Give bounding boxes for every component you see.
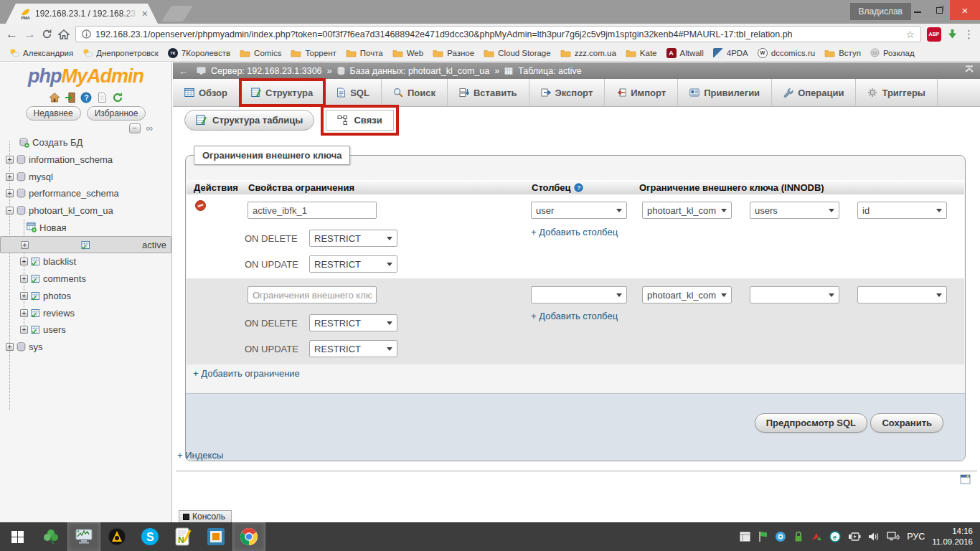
tree-item-database[interactable]: sys <box>0 339 171 356</box>
hidden-icons-icon[interactable] <box>740 532 750 542</box>
expand-icon[interactable] <box>6 173 14 181</box>
logout-icon[interactable] <box>65 92 76 103</box>
home-icon[interactable] <box>49 92 60 103</box>
bookmark-item[interactable]: Торрент <box>287 49 339 57</box>
expand-icon[interactable] <box>6 343 14 351</box>
collapse-sidebar-icon[interactable]: ← <box>179 65 189 77</box>
taskbar-app-aimp[interactable] <box>100 522 133 551</box>
expand-icon[interactable] <box>20 309 28 317</box>
fk-column-select[interactable]: id <box>857 202 947 219</box>
tab-structure[interactable]: Структура <box>240 79 325 106</box>
bookmark-item[interactable]: Разное <box>429 49 478 57</box>
fk-database-select[interactable]: photoart_kl_com <box>642 202 732 219</box>
expand-icon[interactable] <box>6 156 14 164</box>
profile-name-button[interactable]: Владислав <box>850 3 911 20</box>
reload-icon[interactable] <box>42 29 52 39</box>
expand-icon[interactable] <box>6 189 14 197</box>
url-bar[interactable]: 192.168.23.1/openserver/phpmyadmin/index… <box>75 26 921 42</box>
browser-tab[interactable]: PMA 192.168.23.1 / 192.168.23 × <box>6 4 158 24</box>
constraint-name-input[interactable] <box>248 286 377 303</box>
breadcrumb-database[interactable]: База данных: photoart_kl_com_ua <box>350 66 490 76</box>
drop-constraint-icon[interactable] <box>195 200 206 211</box>
subtab-table-structure[interactable]: Структура таблицы <box>184 110 314 131</box>
expand-icon[interactable] <box>20 275 28 283</box>
constraint-name-input[interactable] <box>248 202 377 219</box>
network-icon[interactable] <box>887 532 900 542</box>
back-icon[interactable]: ← <box>6 28 18 40</box>
minimize-button[interactable] <box>907 0 928 20</box>
tree-item-table[interactable]: photos <box>0 288 171 305</box>
taskbar-app-skype[interactable]: S <box>133 522 166 551</box>
fk-database-select[interactable]: photoart_kl_com <box>642 286 732 303</box>
bookmark-item[interactable]: Wdccomics.ru <box>754 48 819 58</box>
language-indicator[interactable]: РУС <box>907 532 925 542</box>
pma-logo[interactable]: phpMyAdmin <box>0 65 171 88</box>
bookmark-item[interactable]: Web <box>389 49 427 57</box>
expand-icon[interactable] <box>20 258 28 265</box>
favorites-button[interactable]: Избранное <box>87 106 146 121</box>
tree-item-database[interactable]: photoart_kl_com_ua <box>0 202 171 220</box>
add-column-link[interactable]: + Добавить столбец <box>531 227 618 237</box>
collapse-icon[interactable] <box>6 207 14 215</box>
tree-item-table[interactable]: comments <box>0 270 171 288</box>
eset-icon[interactable]: e <box>829 531 841 542</box>
open-new-window-icon[interactable] <box>960 474 971 484</box>
breadcrumb-server[interactable]: Сервер: 192.168.23.1:3306 <box>211 66 322 76</box>
tab-close-icon[interactable]: × <box>142 9 148 19</box>
bookmark-item[interactable]: Александрия <box>6 48 77 57</box>
bookmark-item[interactable]: zzz.com.ua <box>557 49 620 57</box>
on-delete-select[interactable]: RESTRICT <box>309 314 397 331</box>
recent-button[interactable]: Недавнее <box>26 106 81 121</box>
add-constraint-link[interactable]: + Добавить ограничение <box>193 368 300 379</box>
bookmark-item[interactable]: Cloud Storage <box>480 49 555 57</box>
home-icon[interactable] <box>58 29 70 40</box>
indexes-link[interactable]: + Индексы <box>177 450 223 461</box>
fk-table-select[interactable] <box>750 286 839 303</box>
taskbar-app-monitor[interactable] <box>67 522 100 551</box>
fk-column-select[interactable] <box>857 286 947 303</box>
tab-export[interactable]: Экспорт <box>529 79 606 106</box>
column-select[interactable] <box>531 286 627 303</box>
preview-sql-button[interactable]: Предпросмотр SQL <box>755 413 867 433</box>
bookmark-item[interactable]: 7К7Королевств <box>164 48 234 58</box>
close-button[interactable]: × <box>950 0 980 20</box>
fk-table-select[interactable]: users <box>750 202 839 219</box>
console-tab[interactable]: Консоль <box>179 510 232 522</box>
breadcrumb-table[interactable]: Таблица: active <box>518 66 582 76</box>
url-text[interactable]: 192.168.23.1/openserver/phpmyadmin/index… <box>95 29 901 39</box>
bookmark-item[interactable]: Вступ <box>821 49 864 57</box>
bookmark-item[interactable]: AAltwall <box>663 48 707 58</box>
webcam-icon[interactable] <box>775 531 786 542</box>
tab-operations[interactable]: Операции <box>772 79 856 106</box>
expand-icon[interactable] <box>21 241 29 249</box>
help-icon[interactable]: ? <box>574 183 583 192</box>
taskbar-app-notepadpp[interactable]: N <box>166 522 199 551</box>
tree-item-new-db[interactable]: Создать БД <box>0 134 171 151</box>
add-column-link[interactable]: + Добавить столбец <box>531 311 618 321</box>
bookmark-item[interactable]: Розклад <box>867 48 918 57</box>
tab-privileges[interactable]: Привилегии <box>678 79 772 106</box>
bookmark-item[interactable]: Kate <box>622 49 661 57</box>
tree-item-table[interactable]: reviews <box>0 304 171 321</box>
tab-browse[interactable]: Обзор <box>173 79 240 106</box>
tab-import[interactable]: Импорт <box>605 79 678 106</box>
forward-icon[interactable]: → <box>24 28 36 40</box>
docs-icon[interactable] <box>96 92 108 103</box>
page-info-icon[interactable] <box>82 29 91 39</box>
on-update-select[interactable]: RESTRICT <box>309 340 397 357</box>
adblock-extension-icon[interactable]: ABP <box>927 27 941 42</box>
taskbar-app-vmware[interactable] <box>199 522 232 551</box>
tree-item-database[interactable]: information_schema <box>0 151 171 169</box>
on-delete-select[interactable]: RESTRICT <box>309 230 397 247</box>
column-select[interactable]: user <box>531 202 627 219</box>
restore-button[interactable] <box>928 0 950 20</box>
chrome-menu-icon[interactable]: ⋮ <box>963 28 974 41</box>
bookmark-star-icon[interactable]: ☆ <box>905 29 915 40</box>
tree-item-table[interactable]: users <box>0 321 171 339</box>
bookmark-item[interactable]: Почта <box>342 49 387 57</box>
tab-sql[interactable]: SQL <box>325 79 382 106</box>
link-with-main-icon[interactable]: ∞ <box>146 123 153 133</box>
bookmark-item[interactable]: Comics <box>236 49 285 57</box>
taskbar-app-clover[interactable] <box>34 522 67 551</box>
tree-item-table[interactable]: blacklist <box>0 253 171 270</box>
